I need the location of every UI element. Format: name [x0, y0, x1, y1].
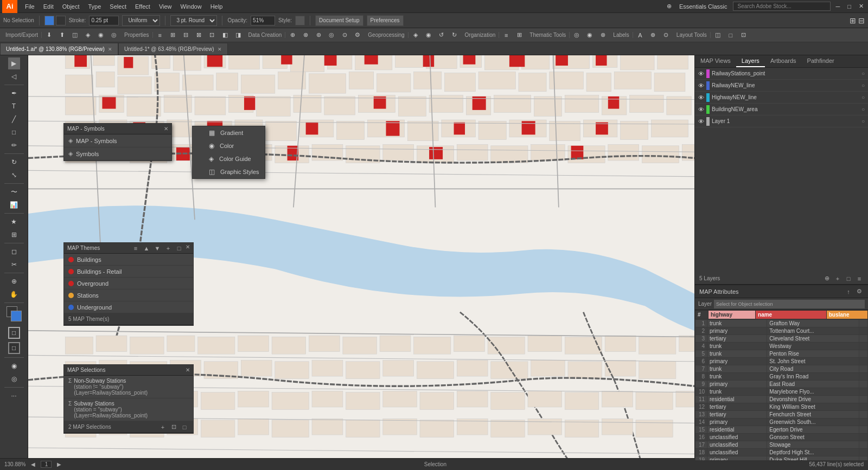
tb-prop5[interactable]: ⊡	[206, 30, 218, 41]
doc-setup-button[interactable]: Document Setup	[315, 15, 363, 26]
themes-del-icon[interactable]: □	[175, 244, 183, 253]
layer-lock-1[interactable]: ○	[861, 70, 865, 76]
table-row[interactable]: 1 trunk Grafton Way	[695, 320, 868, 327]
sel-item-2[interactable]: Σ Subway Stations(station = "subway") (L…	[64, 398, 193, 421]
layer-item-2[interactable]: 👁 RailwayNEW_line ○	[695, 80, 868, 92]
tb-dc3[interactable]: ⊛	[312, 30, 324, 41]
attr-th-name[interactable]: name	[756, 311, 827, 319]
sel-del-icon[interactable]: □	[180, 423, 189, 432]
search-stock[interactable]: Search Adobe Stock...	[733, 2, 831, 11]
table-row[interactable]: 9 primary East Road	[695, 381, 868, 388]
slice-tool[interactable]: ⊞	[8, 229, 20, 241]
tb-th3[interactable]: ⊗	[597, 30, 609, 41]
tb-geo1[interactable]: ◈	[410, 30, 422, 41]
menu-window[interactable]: Window	[176, 2, 206, 11]
menu-view[interactable]: View	[155, 2, 176, 11]
close-btn[interactable]: ✕	[857, 2, 866, 11]
rect-tool[interactable]: □	[8, 126, 20, 138]
zoom-tool[interactable]: ⊕	[8, 275, 20, 287]
table-row[interactable]: 16 unclassified Gonson Street	[695, 434, 868, 441]
table-row[interactable]: 3 tertiary Cleveland Street	[695, 335, 868, 343]
map-symbols-close[interactable]: ✕	[164, 126, 168, 132]
table-row[interactable]: 14 primary Greenwich South...	[695, 419, 868, 426]
map-selections-header[interactable]: MAP Selections ✕	[64, 365, 193, 376]
themes-add-icon[interactable]: +	[164, 244, 173, 253]
nav-next[interactable]: ▶	[57, 461, 61, 467]
theme-item-3[interactable]: Overground	[64, 278, 193, 289]
table-row[interactable]: 5 trunk Penton Rise	[695, 350, 868, 358]
menu-select[interactable]: Select	[105, 2, 131, 11]
layer-item-3[interactable]: 👁 HighwayNEW_line ○	[695, 92, 868, 104]
line-tool[interactable]: ╱	[8, 113, 20, 125]
symbol-tool[interactable]: ★	[8, 216, 20, 228]
tb-lbl3[interactable]: ⊙	[660, 30, 672, 41]
attr-export-icon[interactable]: ↑	[844, 287, 853, 296]
tab-layers[interactable]: Layers	[736, 55, 765, 67]
graphic-styles-menu-item[interactable]: ◫ Graphic Styles	[193, 165, 265, 178]
hand-tool[interactable]: ✋	[8, 288, 20, 300]
menu-object[interactable]: Object	[58, 2, 84, 11]
scale-tool[interactable]: ⤡	[8, 169, 20, 181]
map-symbols-header[interactable]: MAP - Symbols ✕	[64, 124, 171, 134]
more-tools[interactable]: ···	[8, 390, 20, 402]
tab-2-close[interactable]: ✕	[218, 47, 222, 52]
map-themes-header[interactable]: MAP Themes ≡ ▲ ▼ + □ ✕	[64, 243, 193, 254]
draw-inside[interactable]: ◎	[8, 373, 20, 385]
layer-vis-4[interactable]: 👁	[698, 106, 704, 113]
tb-icon2[interactable]: ◉	[95, 30, 107, 41]
brush-select[interactable]: 3 pt. Round	[170, 15, 217, 26]
layer-vis-1[interactable]: 👁	[698, 70, 704, 77]
opacity-input[interactable]	[251, 16, 275, 25]
tb-lbl2[interactable]: ⊕	[647, 30, 659, 41]
preferences-button[interactable]: Preferences	[367, 15, 404, 26]
table-row[interactable]: 8 trunk Gray's Inn Road	[695, 373, 868, 381]
sel-close[interactable]: ✕	[186, 367, 190, 373]
tb-geo3[interactable]: ↺	[436, 30, 448, 41]
color-guide-menu-item[interactable]: ◈ Color Guide	[193, 152, 265, 165]
tab-2[interactable]: Untitled-1* @ 63.48% (RGB/Preview) ✕	[118, 43, 228, 55]
tb-lt3[interactable]: ⊡	[738, 30, 750, 41]
attr-layer-select[interactable]: Select for Object selection	[714, 300, 865, 308]
tb-lt2[interactable]: □	[725, 30, 737, 41]
themes-close[interactable]: ✕	[186, 244, 190, 253]
themes-up-icon[interactable]: ▲	[142, 244, 151, 253]
theme-item-5[interactable]: Underground	[64, 301, 193, 313]
layer-lock-5[interactable]: ○	[861, 118, 865, 124]
attr-settings-icon[interactable]: ⚙	[855, 287, 864, 296]
screen-mode[interactable]: □	[8, 342, 20, 354]
layers-del-icon[interactable]: □	[844, 274, 853, 283]
table-row[interactable]: 19 primary Duke Street Hill	[695, 456, 868, 461]
layer-vis-2[interactable]: 👁	[698, 82, 704, 89]
tb-org2[interactable]: ⊞	[513, 30, 525, 41]
tab-map-views[interactable]: MAP Views	[695, 55, 736, 67]
table-row[interactable]: 17 unclassified Stowage	[695, 441, 868, 449]
tb-lbl1[interactable]: A	[634, 30, 646, 41]
arrange-icon[interactable]: ⊞	[850, 16, 856, 25]
theme-item-2[interactable]: Buildings - Retail	[64, 266, 193, 278]
tb-dc6[interactable]: ⚙	[352, 30, 363, 41]
table-row[interactable]: 12 tertiary King William Street	[695, 403, 868, 411]
attr-th-highway[interactable]: highway	[708, 311, 755, 319]
tb-import[interactable]: ⬇	[43, 30, 55, 41]
table-row[interactable]: 2 primary Tottenham Court...	[695, 327, 868, 335]
eraser-tool[interactable]: ◻	[8, 246, 20, 257]
table-row[interactable]: 13 tertiary Fenchurch Street	[695, 411, 868, 419]
table-row[interactable]: 18 unclassified Deptford High St...	[695, 449, 868, 456]
themes-down-icon[interactable]: ▼	[153, 244, 162, 253]
tb-geo4[interactable]: ↻	[449, 30, 461, 41]
tab-1[interactable]: Untitled-1.ai* @ 130.88% (RGB/Preview) ✕	[0, 43, 118, 55]
tb-icon1[interactable]: ◈	[82, 30, 94, 41]
layer-lock-4[interactable]: ○	[861, 106, 865, 112]
tb-th2[interactable]: ◉	[584, 30, 596, 41]
tb-import2[interactable]: ◫	[69, 30, 81, 41]
sym-item-1[interactable]: ◈ MAP - Symbols	[64, 134, 171, 147]
nav-prev[interactable]: ◀	[31, 461, 35, 467]
pen-tool[interactable]: ✒	[8, 87, 20, 99]
layers-add-icon[interactable]: +	[833, 274, 842, 283]
theme-item-1[interactable]: Buildings	[64, 254, 193, 266]
tb-th1[interactable]: ◎	[571, 30, 583, 41]
tb-export[interactable]: ⬆	[56, 30, 68, 41]
minimize-btn[interactable]: ─	[834, 2, 843, 11]
layer-item-5[interactable]: 👁 Layer 1 ○	[695, 115, 868, 127]
normal-mode[interactable]: □	[8, 327, 20, 339]
